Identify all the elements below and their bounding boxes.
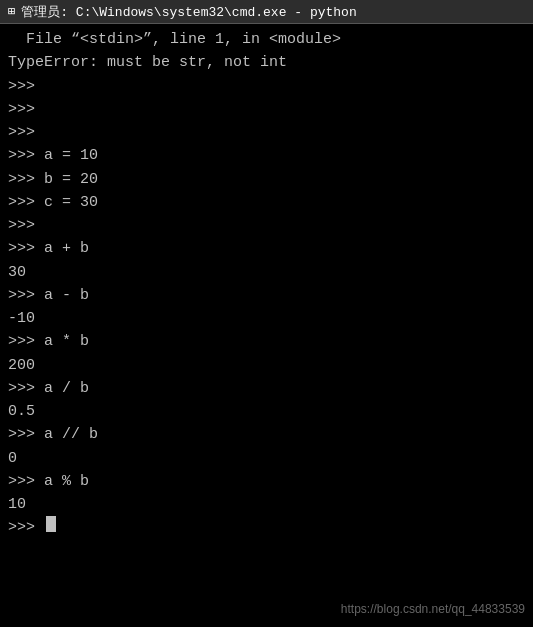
terminal-line-5: >>> <box>8 121 525 144</box>
terminal-line-7: >>> b = 20 <box>8 168 525 191</box>
terminal-line-8: >>> c = 30 <box>8 191 525 214</box>
terminal-line-9: >>> <box>8 214 525 237</box>
watermark: https://blog.csdn.net/qq_44833539 <box>341 600 525 619</box>
terminal-line-6: >>> a = 10 <box>8 144 525 167</box>
terminal-line-4: >>> <box>8 98 525 121</box>
terminal-line-21: 10 <box>8 493 525 516</box>
terminal-line-2: TypeError: must be str, not int <box>8 51 525 74</box>
terminal-line-15: 200 <box>8 354 525 377</box>
terminal-line-10: >>> a + b <box>8 237 525 260</box>
terminal-line-18: >>> a // b <box>8 423 525 446</box>
terminal-line-11: 30 <box>8 261 525 284</box>
terminal-line-17: 0.5 <box>8 400 525 423</box>
terminal-line-19: 0 <box>8 447 525 470</box>
terminal-line-22: >>> <box>8 516 525 539</box>
terminal-line-12: >>> a - b <box>8 284 525 307</box>
terminal-line-13: -10 <box>8 307 525 330</box>
title-bar-label: 管理员: C:\Windows\system32\cmd.exe - pytho… <box>21 3 356 21</box>
terminal-line-14: >>> a * b <box>8 330 525 353</box>
terminal-line-1: File “<stdin>”, line 1, in <module> <box>8 28 525 51</box>
title-bar-icon: ⊞ <box>8 4 15 19</box>
terminal-line-3: >>> <box>8 75 525 98</box>
terminal-line-20: >>> a % b <box>8 470 525 493</box>
title-bar: ⊞ 管理员: C:\Windows\system32\cmd.exe - pyt… <box>0 0 533 24</box>
terminal: File “<stdin>”, line 1, in <module> Type… <box>0 24 533 627</box>
cursor-block <box>46 516 56 532</box>
terminal-line-16: >>> a / b <box>8 377 525 400</box>
